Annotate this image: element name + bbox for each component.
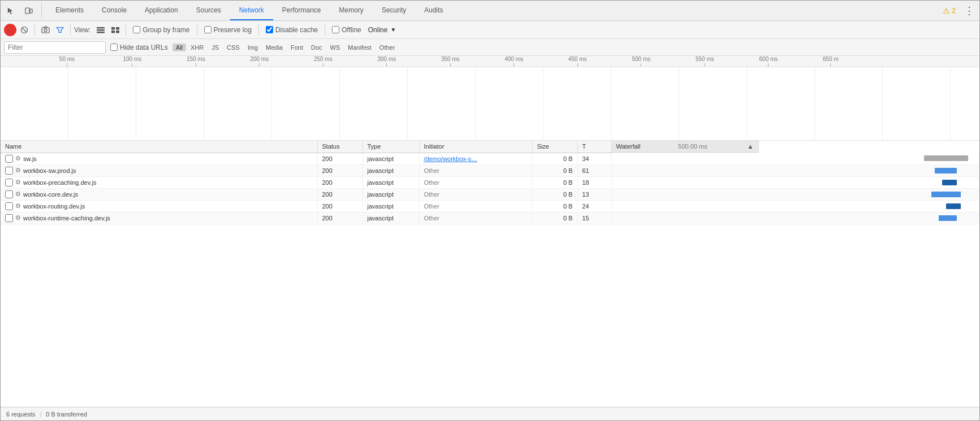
waterfall-bar-container xyxy=(612,165,979,176)
filter-ws-button[interactable]: WS xyxy=(327,44,344,51)
tab-audits[interactable]: Audits xyxy=(415,1,452,20)
initiator-cell: Other xyxy=(419,200,532,212)
ruler-tick: 250 ms xyxy=(314,56,333,67)
table-row[interactable]: ⚙ sw.js 200javascript/demo/workbox-s…0 B… xyxy=(1,153,979,164)
record-button[interactable] xyxy=(4,24,16,36)
network-throttling-select[interactable]: Online ▼ xyxy=(368,26,396,34)
disable-cache-option[interactable]: Disable cache xyxy=(266,26,318,34)
type-cell: javascript xyxy=(362,153,419,164)
svg-line-3 xyxy=(23,28,27,32)
waterfall-cell xyxy=(611,212,979,224)
col-header-size[interactable]: Size xyxy=(532,141,577,153)
status-cell: 200 xyxy=(317,153,362,164)
waterfall-cell xyxy=(611,200,979,212)
filter-input-wrap xyxy=(4,41,106,54)
filter-css-button[interactable]: CSS xyxy=(223,44,243,51)
requests-count: 6 requests xyxy=(6,411,35,418)
waterfall-label: Waterfall xyxy=(616,143,641,150)
filter-font-button[interactable]: Font xyxy=(287,44,306,51)
ruler-tick: 600 ms xyxy=(759,56,778,67)
tab-elements[interactable]: Elements xyxy=(46,1,93,20)
group-by-frame-option[interactable]: Group by frame xyxy=(133,26,189,34)
filter-icon[interactable] xyxy=(53,23,67,37)
row-checkbox[interactable] xyxy=(5,167,13,175)
tab-memory[interactable]: Memory xyxy=(330,1,373,20)
file-name: workbox-core.dev.js xyxy=(23,191,78,198)
filter-img-button[interactable]: Img xyxy=(244,44,261,51)
more-options-icon[interactable]: ⋮ xyxy=(961,3,977,19)
ruler-tick: 400 ms xyxy=(504,56,523,67)
group-by-frame-checkbox[interactable] xyxy=(133,26,140,33)
type-cell: javascript xyxy=(362,164,419,176)
timeline-ruler: 50 ms100 ms150 ms200 ms250 ms300 ms350 m… xyxy=(1,56,979,67)
file-name: workbox-routing.dev.js xyxy=(23,203,85,210)
col-header-name[interactable]: Name xyxy=(1,141,317,153)
time-cell: 13 xyxy=(577,188,611,200)
col-header-type[interactable]: Type xyxy=(362,141,419,153)
svg-rect-10 xyxy=(111,27,115,30)
network-table-container[interactable]: Name Status Type Initiator Size T xyxy=(1,141,979,407)
svg-rect-0 xyxy=(25,8,29,14)
filter-js-button[interactable]: JS xyxy=(208,44,222,51)
ruler-tick: 200 ms xyxy=(250,56,269,67)
chevron-down-icon: ▼ xyxy=(390,27,396,33)
table-row[interactable]: ⚙ workbox-precaching.dev.js 200javascrip… xyxy=(1,176,979,188)
col-header-waterfall[interactable]: Waterfall 500.00 ms ▲ xyxy=(612,141,759,153)
initiator-link[interactable]: /demo/workbox-s… xyxy=(424,155,478,162)
tab-performance[interactable]: Performance xyxy=(273,1,330,20)
filter-all-button[interactable]: All xyxy=(172,44,186,51)
hide-data-urls-option[interactable]: Hide data URLs xyxy=(110,44,168,51)
hide-data-urls-checkbox[interactable] xyxy=(110,44,118,51)
warning-badge[interactable]: ⚠ 2 xyxy=(939,6,959,15)
waterfall-cell xyxy=(611,176,979,188)
tab-network[interactable]: Network xyxy=(230,1,273,20)
offline-checkbox[interactable] xyxy=(332,26,339,33)
device-toggle-icon[interactable] xyxy=(21,3,37,19)
table-row[interactable]: ⚙ workbox-routing.dev.js 200javascriptOt… xyxy=(1,200,979,212)
camera-icon[interactable] xyxy=(38,23,52,37)
row-checkbox[interactable] xyxy=(5,190,13,198)
network-table: Name Status Type Initiator Size T xyxy=(1,141,979,224)
filter-media-button[interactable]: Media xyxy=(262,44,286,51)
type-cell: javascript xyxy=(362,212,419,224)
col-header-time[interactable]: T xyxy=(577,141,611,153)
size-cell: 0 B xyxy=(532,188,577,200)
file-name: sw.js xyxy=(23,155,37,162)
tab-console[interactable]: Console xyxy=(93,1,136,20)
tab-application[interactable]: Application xyxy=(136,1,187,20)
time-cell: 34 xyxy=(577,153,611,164)
tab-sources[interactable]: Sources xyxy=(187,1,230,20)
preserve-log-checkbox[interactable] xyxy=(204,26,211,33)
table-row[interactable]: ⚙ workbox-runtime-caching.dev.js 200java… xyxy=(1,212,979,224)
row-checkbox[interactable] xyxy=(5,179,13,186)
timeline-content[interactable] xyxy=(1,67,979,140)
file-name: workbox-precaching.dev.js xyxy=(23,179,96,186)
filter-manifest-button[interactable]: Manifest xyxy=(344,44,375,51)
filter-other-button[interactable]: Other xyxy=(376,44,399,51)
sort-arrow-icon: ▲ xyxy=(748,143,754,150)
table-row[interactable]: ⚙ workbox-sw.prod.js 200javascriptOther0… xyxy=(1,164,979,176)
row-checkbox[interactable] xyxy=(5,214,13,222)
preserve-log-option[interactable]: Preserve log xyxy=(204,26,252,34)
disable-cache-checkbox[interactable] xyxy=(266,26,273,33)
stop-icon[interactable] xyxy=(18,23,31,37)
initiator-cell[interactable]: /demo/workbox-s… xyxy=(419,153,532,164)
row-checkbox[interactable] xyxy=(5,202,13,210)
svg-rect-6 xyxy=(44,27,47,28)
filter-xhr-button[interactable]: XHR xyxy=(187,44,207,51)
table-row[interactable]: ⚙ workbox-core.dev.js 200javascriptOther… xyxy=(1,188,979,200)
col-header-status[interactable]: Status xyxy=(317,141,362,153)
gear-icon: ⚙ xyxy=(15,190,21,198)
size-cell: 0 B xyxy=(532,212,577,224)
offline-option[interactable]: Offline xyxy=(332,26,361,34)
col-header-initiator[interactable]: Initiator xyxy=(419,141,532,153)
list-view-icon[interactable] xyxy=(94,23,107,37)
group-view-icon[interactable] xyxy=(109,23,122,37)
ruler-tick: 350 ms xyxy=(441,56,460,67)
cursor-icon[interactable] xyxy=(3,3,19,19)
row-checkbox[interactable] xyxy=(5,155,13,163)
tab-security[interactable]: Security xyxy=(373,1,415,20)
status-cell: 200 xyxy=(317,200,362,212)
filter-input[interactable] xyxy=(4,41,106,54)
filter-doc-button[interactable]: Doc xyxy=(308,44,326,51)
